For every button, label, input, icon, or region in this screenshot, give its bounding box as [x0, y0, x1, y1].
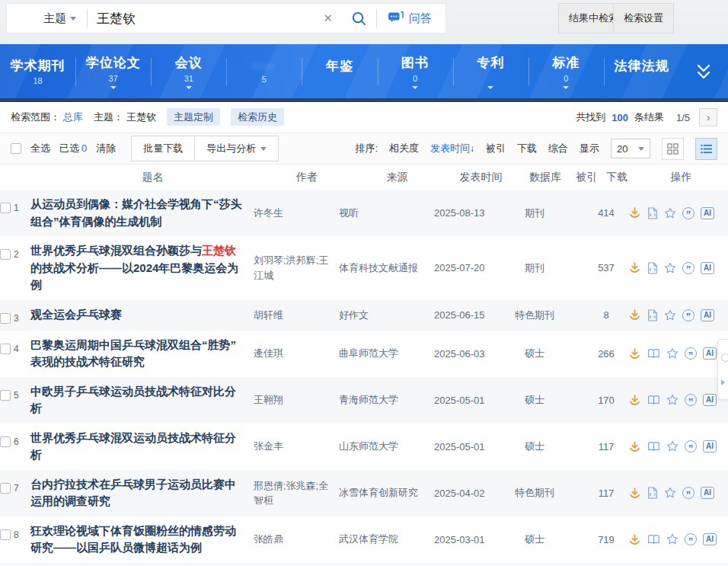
row-checkbox[interactable]: [0, 344, 11, 354]
result-title-link[interactable]: 中欧男子乒乓球运动员技战术特征对比分析: [30, 385, 236, 415]
html-read-icon[interactable]: [647, 309, 658, 321]
side-float-widget[interactable]: [717, 339, 728, 400]
result-title-link[interactable]: 世界优秀乒乓球混双运动员技战术特征分析: [30, 431, 236, 462]
result-source[interactable]: 好作文: [339, 308, 434, 323]
result-authors[interactable]: 逄佳琪: [254, 346, 339, 361]
result-authors[interactable]: 张金丰: [254, 439, 339, 454]
result-title-link[interactable]: 狂欢理论视域下体育饭圈粉丝的情感劳动研究——以国乒队员微博超话为例: [30, 524, 236, 555]
list-view-button[interactable]: [695, 138, 717, 160]
ai-assistant-icon[interactable]: AI: [703, 394, 717, 406]
select-all-label[interactable]: 全选: [30, 142, 50, 155]
read-book-icon[interactable]: [647, 534, 660, 545]
read-book-icon[interactable]: [647, 441, 660, 452]
result-authors[interactable]: 王翱翔: [254, 392, 339, 408]
download-icon[interactable]: [628, 487, 641, 500]
row-checkbox[interactable]: [0, 436, 11, 447]
download-icon[interactable]: [628, 347, 641, 360]
cite-icon[interactable]: ”: [682, 207, 694, 219]
sort-option-下载[interactable]: 下载: [517, 142, 537, 155]
nav-item-学术期刊[interactable]: 学术期刊18: [0, 44, 75, 98]
nav-item-redacted[interactable]: ·····5: [226, 44, 302, 98]
result-title-link[interactable]: 巴黎奥运周期中国乒乓球混双组合“胜势”表现的技战术特征研究: [30, 338, 236, 369]
favorite-star-icon[interactable]: [664, 309, 676, 321]
html-read-icon[interactable]: [647, 262, 658, 274]
result-source[interactable]: 山东师范大学: [339, 439, 434, 454]
grid-view-button[interactable]: [662, 138, 684, 160]
qa-button[interactable]: 问答: [377, 10, 445, 27]
sort-option-综合[interactable]: 综合: [548, 142, 568, 155]
sort-option-相关度[interactable]: 相关度: [389, 142, 419, 155]
result-download-count[interactable]: 537: [589, 262, 624, 273]
filter-chip-主题定制[interactable]: 主题定制: [167, 108, 220, 126]
search-input[interactable]: [88, 11, 314, 26]
favorite-star-icon[interactable]: [666, 533, 679, 545]
batch-download-button[interactable]: 批量下载: [131, 136, 195, 161]
result-download-count[interactable]: 117: [589, 488, 624, 499]
download-icon[interactable]: [628, 440, 641, 453]
result-title-link[interactable]: 台内拧拉技术在乒乓球男子运动员比赛中运用的调查研究: [30, 478, 236, 508]
cite-icon[interactable]: ”: [685, 347, 697, 360]
select-all-checkbox[interactable]: [11, 143, 21, 154]
download-icon[interactable]: [628, 261, 641, 274]
result-authors[interactable]: 刘羽琴;洪邦辉;王江城: [254, 253, 339, 283]
cite-icon[interactable]: ”: [685, 394, 697, 406]
page-size-select[interactable]: 20: [611, 139, 650, 158]
clear-search-icon[interactable]: ✕: [314, 11, 342, 25]
cite-icon[interactable]: ”: [682, 487, 694, 499]
favorite-star-icon[interactable]: [664, 487, 676, 499]
result-source[interactable]: 视听: [339, 206, 434, 221]
favorite-star-icon[interactable]: [666, 347, 679, 360]
ai-assistant-icon[interactable]: AI: [701, 487, 714, 499]
result-authors[interactable]: 胡轩维: [254, 308, 339, 323]
download-icon[interactable]: [628, 394, 641, 407]
found-count-link[interactable]: 100: [611, 112, 628, 123]
nav-item-法律法规[interactable]: 法律法规: [604, 44, 679, 98]
sort-option-发表时间[interactable]: 发表时间↓: [430, 142, 474, 155]
filter-chip-检索历史[interactable]: 检索历史: [231, 108, 284, 126]
export-analyze-button[interactable]: 导出与分析: [194, 136, 279, 161]
cite-icon[interactable]: ”: [685, 440, 697, 452]
result-download-count[interactable]: 8: [589, 309, 624, 321]
read-book-icon[interactable]: [647, 395, 660, 405]
favorite-star-icon[interactable]: [664, 262, 676, 274]
row-checkbox[interactable]: [0, 390, 11, 401]
result-source[interactable]: 体育科技文献通报: [339, 261, 434, 276]
search-settings-button[interactable]: 检索设置: [613, 3, 674, 34]
read-book-icon[interactable]: [647, 348, 660, 359]
row-checkbox[interactable]: [0, 483, 11, 494]
nav-item-标准[interactable]: 标准0: [528, 44, 604, 98]
favorite-star-icon[interactable]: [664, 207, 676, 219]
next-page-button[interactable]: ›: [699, 108, 717, 126]
ai-assistant-icon[interactable]: AI: [701, 262, 714, 274]
nav-more-button[interactable]: [679, 44, 728, 98]
sort-option-被引[interactable]: 被引: [486, 142, 506, 155]
row-checkbox[interactable]: [0, 249, 11, 260]
result-authors[interactable]: 张皓鼎: [254, 532, 339, 547]
favorite-star-icon[interactable]: [666, 440, 679, 452]
result-download-count[interactable]: 414: [589, 207, 624, 219]
result-download-count[interactable]: 266: [589, 348, 624, 360]
cite-icon[interactable]: ”: [682, 262, 694, 274]
ai-assistant-icon[interactable]: AI: [701, 309, 714, 321]
search-icon[interactable]: [342, 11, 376, 27]
ai-assistant-icon[interactable]: AI: [703, 347, 717, 360]
result-source[interactable]: 冰雪体育创新研究: [339, 485, 434, 500]
nav-item-专利[interactable]: 专利: [453, 44, 528, 98]
ai-assistant-icon[interactable]: AI: [701, 207, 714, 219]
result-source[interactable]: 曲阜师范大学: [339, 346, 434, 361]
result-authors[interactable]: 邢恩倩;张兆森;全智桓: [254, 478, 339, 508]
result-title-link[interactable]: 世界优秀乒乓球混双组合孙颖莎与王楚钦的技战术分析——以2024年巴黎奥运会为例: [30, 244, 238, 291]
result-download-count[interactable]: 170: [589, 395, 624, 406]
favorite-star-icon[interactable]: [666, 394, 679, 406]
search-field-dropdown[interactable]: 主题: [7, 11, 87, 26]
row-checkbox[interactable]: [0, 529, 11, 540]
result-source[interactable]: 青海师范大学: [339, 392, 434, 408]
result-title-link[interactable]: 从运动员到偶像：媒介社会学视角下“莎头组合”体育偶像的生成机制: [30, 197, 242, 228]
scope-value-link[interactable]: 总库: [63, 110, 83, 124]
nav-item-会议[interactable]: 会议31: [151, 44, 226, 98]
nav-item-图书[interactable]: 图书0: [378, 44, 453, 98]
nav-item-年鉴[interactable]: 年鉴: [302, 44, 377, 98]
nav-item-学位论文[interactable]: 学位论文37: [75, 44, 151, 98]
download-icon[interactable]: [628, 206, 641, 219]
row-checkbox[interactable]: [0, 203, 11, 213]
